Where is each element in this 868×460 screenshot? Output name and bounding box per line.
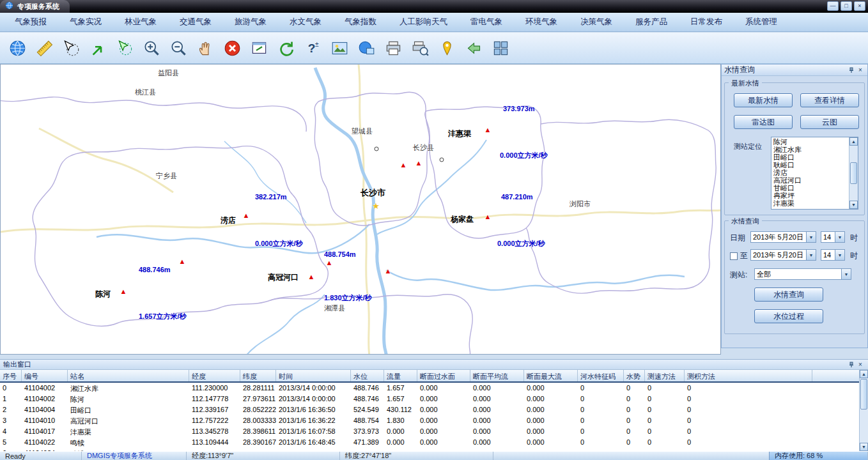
hour-select[interactable]: 14 ▼: [821, 231, 845, 243]
clear-icon[interactable]: [221, 37, 243, 59]
scrollbar-thumb[interactable]: [850, 162, 857, 184]
refresh-icon[interactable]: [275, 37, 297, 59]
select-area-icon[interactable]: [60, 37, 82, 59]
maximize-button[interactable]: □: [841, 1, 852, 11]
map-layer-icon[interactable]: [355, 37, 377, 59]
station-list-item[interactable]: 甘峪口: [771, 184, 849, 192]
table-row[interactable]: 141104002陈河112.14777827.9736112013/3/14 …: [0, 394, 859, 404]
station-marker-icon[interactable]: ▲: [120, 288, 127, 295]
close-button[interactable]: ×: [854, 1, 865, 11]
scroll-down-icon[interactable]: ▼: [860, 443, 868, 451]
chevron-down-icon[interactable]: ▼: [806, 250, 816, 260]
to-date-checkbox[interactable]: [730, 252, 738, 260]
station-list-item[interactable]: 陈河: [771, 138, 849, 146]
station-marker-icon[interactable]: ▲: [484, 213, 492, 220]
column-header[interactable]: 经度: [189, 370, 240, 381]
hour2-select[interactable]: 14 ▼: [821, 249, 845, 261]
pointer-green-icon[interactable]: [87, 37, 109, 59]
station-marker-icon[interactable]: ▲: [484, 126, 492, 134]
map-viewport[interactable]: 益阳县桃江县宁乡县望城县长沙县浏阳市湘潭县长沙市沣惠渠涝店杨家盘高冠河口陈河37…: [0, 64, 721, 355]
table-row[interactable]: 341104010高冠河口112.75722228.0033332013/1/6…: [0, 415, 859, 426]
station-marker-icon[interactable]: ▲: [415, 159, 422, 167]
column-header[interactable]: 流量: [384, 370, 417, 381]
menu-item[interactable]: 日常发布: [683, 14, 729, 30]
close-icon[interactable]: ×: [856, 360, 865, 369]
station-list-item[interactable]: 沣惠渠: [771, 199, 849, 207]
fullscreen-icon[interactable]: [490, 37, 511, 59]
table-row[interactable]: 041104002湘江水库111.23000028.2811112013/3/1…: [0, 383, 859, 394]
menu-item[interactable]: 环境气象: [518, 14, 564, 30]
close-icon[interactable]: ×: [856, 66, 865, 75]
print-preview-icon[interactable]: [409, 37, 431, 59]
menu-item[interactable]: 人工影响天气: [392, 14, 454, 30]
output-scrollbar[interactable]: ▲ ▼: [859, 370, 868, 451]
column-header[interactable]: 河水特征码: [578, 370, 624, 381]
station-list-item[interactable]: 耿峪口: [771, 161, 849, 169]
scroll-up-icon[interactable]: ▲: [849, 137, 858, 146]
station-list-item[interactable]: 湘江水库: [771, 146, 849, 153]
menu-item[interactable]: 气象指数: [337, 14, 384, 30]
station-marker-icon[interactable]: ▲: [326, 259, 333, 266]
menu-item[interactable]: 雷电气象: [463, 14, 509, 30]
date2-select[interactable]: 2013年 5月20日 ▼: [750, 249, 816, 261]
column-header[interactable]: 时间: [276, 370, 351, 381]
column-header[interactable]: 测速方法: [645, 370, 685, 381]
station-list-item[interactable]: 涝店: [771, 169, 849, 176]
pin-icon[interactable]: [847, 66, 856, 75]
zoom-out-icon[interactable]: [167, 37, 189, 59]
column-header[interactable]: 编号: [22, 370, 68, 381]
globe-icon[interactable]: [6, 37, 28, 59]
station-marker-icon[interactable]: ▲: [385, 267, 392, 275]
menu-item[interactable]: 林业气象: [118, 14, 164, 30]
water-level-process-button[interactable]: 水位过程: [754, 309, 823, 323]
column-header[interactable]: 序号: [0, 370, 22, 381]
column-header[interactable]: 水位: [351, 370, 384, 381]
table-row[interactable]: 541104022鸣犊113.10944428.3901672013/1/6 1…: [0, 437, 859, 448]
menu-item[interactable]: 交通气象: [173, 14, 219, 30]
back-icon[interactable]: [463, 37, 484, 59]
menu-item[interactable]: 旅游气象: [228, 14, 274, 30]
scrollbar-thumb[interactable]: [860, 379, 867, 410]
menu-item[interactable]: 决策气象: [573, 14, 619, 30]
cloud-image-button[interactable]: 云图: [800, 115, 859, 129]
latest-water-button[interactable]: 最新水情: [734, 93, 793, 107]
table-row[interactable]: 241104004田峪口112.33916728.0522222013/1/6 …: [0, 404, 859, 415]
column-header[interactable]: 断面平均流: [470, 370, 524, 381]
station-list-item[interactable]: 冉家坪: [771, 192, 849, 199]
chevron-down-icon[interactable]: ▼: [835, 250, 844, 260]
station-list-item[interactable]: 高冠河口: [771, 176, 849, 184]
station-listbox[interactable]: 陈河湘江水库田峪口耿峪口涝店高冠河口甘峪口冉家坪沣惠渠 ▲ ▼: [771, 137, 858, 210]
column-header[interactable]: 断面过水面: [417, 370, 470, 381]
column-header[interactable]: 站名: [68, 370, 189, 381]
menu-item[interactable]: 系统管理: [738, 14, 784, 30]
full-extent-icon[interactable]: [248, 37, 270, 59]
station-select[interactable]: 全部 ▼: [754, 268, 851, 280]
menu-item[interactable]: 水文气象: [283, 14, 329, 30]
locate-pin-icon[interactable]: [436, 37, 458, 59]
station-list-item[interactable]: 田峪口: [771, 153, 849, 161]
scroll-down-icon[interactable]: ▼: [849, 201, 858, 209]
chevron-down-icon[interactable]: ▼: [841, 269, 851, 279]
identify-icon[interactable]: ?±: [302, 37, 323, 59]
column-header[interactable]: 纬度: [240, 370, 276, 381]
station-marker-icon[interactable]: ▲: [400, 161, 407, 169]
column-header[interactable]: 测积方法: [685, 370, 812, 381]
water-query-button[interactable]: 水情查询: [754, 288, 823, 302]
station-marker-icon[interactable]: ▲: [243, 211, 250, 219]
zoom-in-icon[interactable]: [141, 37, 162, 59]
station-marker-icon[interactable]: ▲: [179, 257, 186, 265]
select-feature-icon[interactable]: [114, 37, 136, 59]
minimize-button[interactable]: —: [827, 1, 839, 11]
menu-item[interactable]: 服务产品: [628, 14, 674, 30]
view-details-button[interactable]: 查看详情: [800, 93, 859, 107]
print-icon[interactable]: [382, 37, 404, 59]
radar-chart-button[interactable]: 雷达图: [734, 115, 793, 129]
pan-hand-icon[interactable]: [194, 37, 216, 59]
column-header[interactable]: 水势: [624, 370, 645, 381]
chevron-down-icon[interactable]: ▼: [835, 232, 844, 242]
measure-icon[interactable]: [33, 37, 55, 59]
listbox-scrollbar[interactable]: ▲ ▼: [849, 137, 858, 209]
pin-icon[interactable]: [847, 360, 856, 369]
column-header[interactable]: 断面最大流: [524, 370, 578, 381]
menu-item[interactable]: 气象实况: [63, 14, 109, 30]
